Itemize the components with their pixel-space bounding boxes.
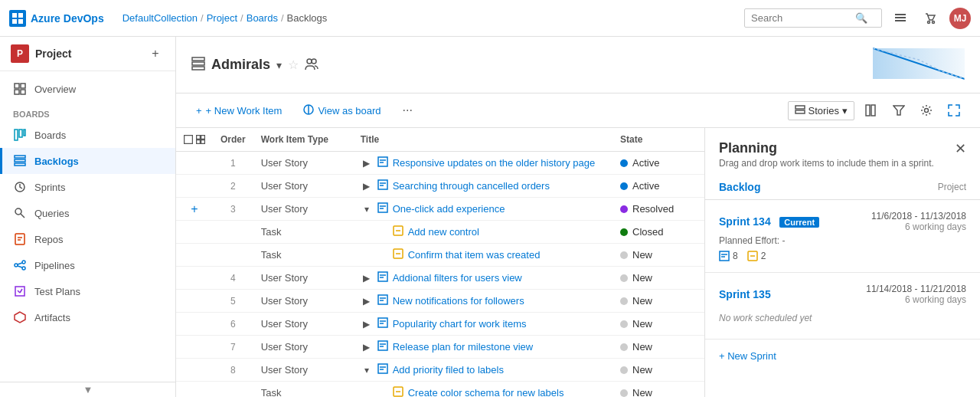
expand-icon[interactable] (943, 100, 965, 121)
planning-nav-backlog[interactable]: Backlog (719, 181, 760, 193)
sidebar-item-sprints[interactable]: Sprints (0, 174, 175, 200)
row-title-text[interactable]: Addional filters for users view (393, 272, 522, 284)
sidebar-item-label: Sprints (34, 182, 65, 193)
row-title[interactable]: ▶ Responsive updates on the older histor… (353, 152, 612, 175)
view-as-board-button[interactable]: View as board (299, 101, 385, 120)
row-title-text[interactable]: Searching through cancelled orders (393, 180, 550, 192)
page-title-icon (191, 57, 205, 73)
row-title[interactable]: ▶ Release plan for milestone view (353, 336, 612, 359)
expand-row-icon[interactable]: ▶ (361, 273, 373, 284)
basket-icon[interactable] (919, 6, 943, 31)
more-options-button[interactable]: ··· (398, 100, 417, 120)
table-row: Task Add new control Closed (176, 221, 704, 244)
stories-label: Stories (808, 105, 839, 116)
row-title[interactable]: ▶ Addional filters for users view (353, 267, 612, 290)
sidebar-scroll-down[interactable]: ▼ (0, 382, 176, 397)
planning-close-button[interactable]: ✕ (955, 140, 966, 157)
row-title[interactable]: Add new control (353, 221, 612, 244)
row-title[interactable]: ▶ Popularity chart for work items (353, 313, 612, 336)
avatar[interactable]: MJ (949, 8, 971, 29)
page-title-team-icon[interactable] (305, 57, 318, 74)
sidebar-item-test-plans[interactable]: Test Plans (0, 278, 175, 304)
row-title-text[interactable]: New notifications for followers (393, 295, 524, 307)
row-title[interactable]: Confirm that item was created (353, 244, 612, 267)
table-row: 6 User Story ▶ Popularity chart for work… (176, 313, 704, 336)
sprint-name-link[interactable]: Sprint 135 (719, 288, 771, 300)
filter-icon[interactable] (888, 100, 910, 121)
notifications-icon[interactable] (888, 6, 913, 31)
sidebar-add-button[interactable]: + (146, 44, 165, 63)
logo-text: Azure DevOps (31, 12, 104, 25)
new-sprint-button[interactable]: + New Sprint (705, 340, 980, 372)
logo[interactable]: Azure DevOps (9, 10, 104, 27)
planning-nav: Backlog Project (705, 175, 980, 200)
row-type: Task (253, 244, 353, 267)
state-label: New (632, 295, 652, 307)
svg-rect-4 (895, 14, 906, 15)
search-input[interactable] (751, 12, 851, 24)
sidebar-item-label: Test Plans (34, 286, 80, 297)
add-row-button[interactable]: + (191, 202, 198, 215)
sidebar-item-pipelines[interactable]: Pipelines (0, 252, 175, 278)
col-state-header[interactable]: State (612, 128, 704, 152)
expand-row-icon[interactable]: ▶ (361, 181, 373, 192)
sidebar-item-repos[interactable]: Repos (0, 226, 175, 252)
col-type-header[interactable]: Work Item Type (253, 128, 353, 152)
row-title-text[interactable]: Confirm that item was created (408, 249, 541, 261)
project-icon: P (11, 44, 29, 63)
work-item-type-icon (377, 156, 388, 169)
row-title-text[interactable]: Create color schema for new labels (408, 387, 564, 397)
row-title[interactable]: ▶ New notifications for followers (353, 290, 612, 313)
page-title-favorite-icon[interactable]: ☆ (288, 57, 299, 72)
breadcrumb-boards[interactable]: Boards (247, 12, 278, 24)
row-type: User Story (253, 175, 353, 198)
expand-row-icon[interactable]: ▾ (361, 204, 373, 215)
table-row: 7 User Story ▶ Release plan for mileston… (176, 336, 704, 359)
expand-row-icon[interactable]: ▶ (361, 319, 373, 330)
new-work-item-button[interactable]: + + New Work Item (191, 102, 286, 120)
row-type: Task (253, 382, 353, 398)
expand-row-icon[interactable]: ▶ (361, 296, 373, 307)
row-title-text[interactable]: Add priority filed to labels (393, 364, 504, 376)
row-title-text[interactable]: Release plan for milestone view (393, 341, 534, 353)
svg-rect-53 (378, 180, 387, 189)
column-options-icon[interactable] (861, 100, 882, 121)
sidebar-item-artifacts[interactable]: Artifacts (0, 304, 175, 330)
svg-rect-56 (378, 203, 387, 212)
row-title[interactable]: ▾ One-click add experience (353, 198, 612, 221)
row-title[interactable]: Create color schema for new labels (353, 382, 612, 398)
sidebar-item-boards[interactable]: Boards (0, 122, 175, 148)
svg-point-26 (22, 267, 25, 270)
svg-rect-66 (378, 295, 387, 304)
settings-icon[interactable] (916, 100, 937, 121)
main-split: Order Work Item Type Title State 1 User … (176, 128, 980, 397)
svg-rect-41 (866, 105, 870, 116)
row-title-text[interactable]: Add new control (408, 226, 479, 238)
expand-row-icon[interactable]: ▾ (361, 365, 373, 376)
page-title-dropdown-icon[interactable]: ▾ (276, 59, 282, 71)
search-box[interactable]: 🔍 (744, 8, 882, 28)
sidebar-item-backlogs[interactable]: Backlogs (0, 148, 175, 174)
expand-row-icon[interactable]: ▶ (361, 158, 373, 169)
breadcrumb-project[interactable]: Project (207, 12, 237, 24)
sidebar-item-overview[interactable]: Overview (0, 76, 175, 102)
expand-row-icon[interactable]: ▶ (361, 342, 373, 353)
sprint-dates: 11/6/2018 - 11/13/2018 (871, 211, 966, 221)
row-title-text[interactable]: One-click add experience (393, 203, 505, 215)
breadcrumb-default-collection[interactable]: DefaultCollection (122, 12, 198, 24)
sprint-name-link[interactable]: Sprint 134 (719, 215, 771, 228)
col-order-header[interactable]: Order (213, 128, 253, 152)
sprint-working-days: 6 working days (866, 294, 966, 305)
col-title-header[interactable]: Title (353, 128, 612, 152)
svg-rect-5 (895, 17, 906, 18)
state-dot (620, 343, 628, 351)
sprint-working-days: 6 working days (871, 221, 966, 232)
sidebar-item-queries[interactable]: Queries (0, 200, 175, 226)
row-add-col (176, 175, 213, 198)
row-title-text[interactable]: Responsive updates on the older history … (393, 157, 596, 169)
stories-dropdown-button[interactable]: Stories ▾ (788, 101, 854, 120)
row-title[interactable]: ▶ Searching through cancelled orders (353, 175, 612, 198)
row-title[interactable]: ▾ Add priority filed to labels (353, 359, 612, 382)
row-title-text[interactable]: Popularity chart for work items (393, 318, 527, 330)
breadcrumb-backlogs: Backlogs (287, 12, 328, 24)
